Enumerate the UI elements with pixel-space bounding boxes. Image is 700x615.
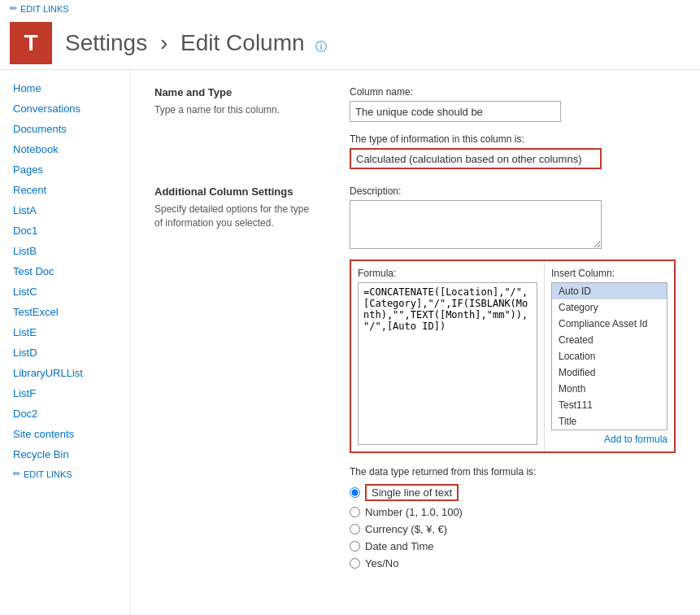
radio-number[interactable] [350, 507, 360, 517]
sidebar-item-listF[interactable]: ListF [0, 383, 129, 403]
currency-label: Currency ($, ¥, €) [365, 523, 447, 535]
yesno-label: Yes/No [365, 557, 398, 569]
radio-yesno[interactable] [350, 558, 360, 569]
single-line-label: Single line of text [372, 486, 452, 499]
insert-col-month[interactable]: Month [552, 381, 667, 397]
edit-links-top[interactable]: ✏ EDIT LINKS [0, 0, 700, 17]
radio-single-line[interactable] [350, 487, 360, 498]
insert-col-title[interactable]: Title [552, 413, 667, 430]
sidebar-item-notebook[interactable]: Notebook [0, 139, 129, 159]
additional-right: Description: Formula: =CONCATENATE([Loca… [350, 185, 676, 574]
sidebar-item-conversations[interactable]: Conversations [0, 98, 129, 119]
sidebar-item-testexcel[interactable]: TestExcel [0, 302, 129, 322]
data-type-section: The data type returned from this formula… [350, 466, 676, 569]
additional-left: Additional Column Settings Specify detai… [154, 185, 317, 574]
insert-col-location[interactable]: Location [552, 348, 667, 364]
formula-right: Insert Column: Auto ID Category Complian… [544, 261, 674, 451]
sidebar-item-listB[interactable]: ListB [0, 241, 129, 261]
insert-col-list: Auto ID Category Compliance Asset Id Cre… [551, 282, 667, 430]
info-icon[interactable]: ⓘ [315, 40, 327, 53]
insert-col-modified[interactable]: Modified [552, 364, 667, 381]
data-type-label: The data type returned from this formula… [350, 466, 676, 478]
insert-col-label: Insert Column: [551, 268, 667, 279]
main-content: Name and Type Type a name for this colum… [130, 70, 700, 615]
type-info-label: The type of information in this column i… [350, 133, 676, 145]
radio-currency-container: Currency ($, ¥, €) [350, 523, 676, 535]
number-label: Number (1, 1.0, 100) [365, 506, 463, 518]
page-title: Settings › Edit Column ⓘ [65, 30, 327, 56]
formula-left: Formula: =CONCATENATE([Location],"/", [C… [351, 261, 544, 451]
name-and-type-section: Name and Type Type a name for this colum… [154, 86, 676, 169]
app-logo: T [10, 22, 52, 64]
sidebar-item-doc2[interactable]: Doc2 [0, 403, 129, 424]
sidebar-item-documents[interactable]: Documents [0, 119, 129, 139]
additional-settings-section: Additional Column Settings Specify detai… [154, 185, 676, 574]
insert-col-created[interactable]: Created [552, 332, 667, 348]
top-bar: T Settings › Edit Column ⓘ [0, 17, 700, 70]
name-type-description: Type a name for this column. [154, 103, 317, 117]
name-type-left: Name and Type Type a name for this colum… [154, 86, 317, 169]
sidebar-item-listA[interactable]: ListA [0, 200, 129, 220]
type-select-box[interactable]: Calculated (calculation based on other c… [350, 148, 602, 169]
insert-col-compliance[interactable]: Compliance Asset Id [552, 316, 667, 332]
name-type-heading: Name and Type [154, 86, 317, 98]
add-to-formula-link[interactable]: Add to formula [551, 434, 667, 445]
formula-input[interactable]: =CONCATENATE([Location],"/", [Category],… [358, 282, 537, 445]
sidebar-item-testdoc[interactable]: Test Doc [0, 261, 129, 281]
breadcrumb-arrow: › [160, 30, 167, 55]
sidebar-item-listD[interactable]: ListD [0, 342, 129, 363]
radio-single-line-container: Single line of text [350, 484, 676, 501]
radio-datetime[interactable] [350, 541, 360, 552]
name-type-right: Column name: The type of information in … [350, 86, 676, 169]
radio-yesno-container: Yes/No [350, 557, 676, 569]
sidebar-item-home[interactable]: Home [0, 78, 129, 98]
column-name-input[interactable] [350, 101, 561, 122]
radio-datetime-container: Date and Time [350, 540, 676, 552]
sidebar-item-pages[interactable]: Pages [0, 159, 129, 180]
additional-description: Specify detailed options for the type of… [154, 203, 317, 230]
description-input[interactable] [350, 200, 602, 249]
layout: Home Conversations Documents Notebook Pa… [0, 70, 700, 615]
sidebar-item-sitecontents[interactable]: Site contents [0, 424, 129, 444]
column-name-label: Column name: [350, 86, 676, 98]
formula-label: Formula: [358, 268, 537, 279]
datetime-label: Date and Time [365, 540, 434, 552]
formula-section: Formula: =CONCATENATE([Location],"/", [C… [350, 260, 676, 453]
insert-col-test111[interactable]: Test111 [552, 397, 667, 413]
insert-col-category[interactable]: Category [552, 299, 667, 316]
description-label: Description: [350, 185, 676, 197]
sidebar-item-listC[interactable]: ListC [0, 281, 129, 302]
additional-heading: Additional Column Settings [154, 185, 317, 198]
single-line-label-box: Single line of text [365, 484, 459, 501]
sidebar-item-listE[interactable]: ListE [0, 322, 129, 342]
pencil-icon-top: ✏ [10, 3, 17, 14]
pencil-icon-sidebar: ✏ [13, 469, 20, 479]
sidebar-item-recyclebin[interactable]: Recycle Bin [0, 444, 129, 465]
sidebar: Home Conversations Documents Notebook Pa… [0, 70, 130, 615]
sidebar-item-doc1[interactable]: Doc1 [0, 220, 129, 241]
sidebar-edit-links[interactable]: ✏ EDIT LINKS [0, 465, 129, 483]
radio-currency[interactable] [350, 524, 360, 534]
sidebar-item-recent[interactable]: Recent [0, 180, 129, 200]
sidebar-item-libraryurllist[interactable]: LibraryURLList [0, 363, 129, 383]
insert-col-auto-id[interactable]: Auto ID [552, 283, 667, 299]
type-value: Calculated (calculation based on other c… [356, 153, 582, 165]
radio-number-container: Number (1, 1.0, 100) [350, 506, 676, 518]
